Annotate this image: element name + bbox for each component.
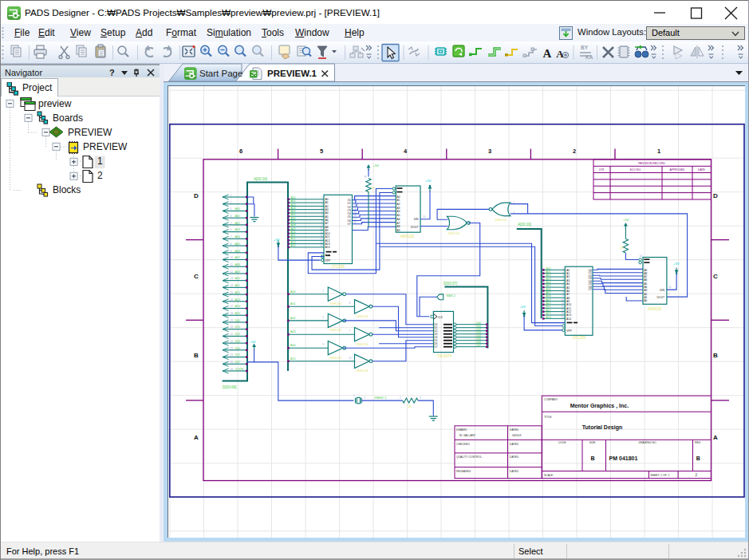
svg-text:27C256: 27C256 [573,336,586,340]
svg-text:3: 3 [488,148,491,155]
svg-text:M. GALLANT: M. GALLANT [459,434,475,437]
svg-text:A11: A11 [235,284,240,287]
svg-text:DATED: DATED [510,443,519,446]
svg-text:9: 9 [231,250,232,253]
svg-text:1: 1 [657,148,660,155]
svg-text:D04: D04 [235,347,241,350]
svg-text:B: B [590,455,594,461]
svg-text:A05: A05 [235,243,240,246]
svg-text:23: 23 [231,347,234,350]
svg-text:C: C [194,273,199,280]
svg-text:A4: A4 [397,210,400,213]
svg-text:SHEET: 1 OF: 1: SHEET: 1 OF: 1 [650,474,669,477]
svg-text:+5V: +5V [623,218,629,222]
svg-text:74HC04: 74HC04 [329,328,342,332]
svg-text:A2: A2 [397,203,400,206]
svg-text:A0: A0 [397,195,400,199]
svg-text:preview: preview [38,98,72,109]
svg-text:26: 26 [231,368,234,371]
svg-text:B: B [696,455,700,461]
svg-text:A14: A14 [235,305,240,308]
svg-text:A12: A12 [235,291,240,294]
svg-text:+5V: +5V [373,164,380,168]
svg-text:DIN: DIN [414,218,419,221]
svg-text:2: 2 [573,148,576,155]
svg-text:A00: A00 [290,290,295,294]
svg-text:D7: D7 [435,345,438,349]
svg-text:A1: A1 [397,199,400,202]
svg-text:BY: BY [581,45,589,50]
svg-text:AM9128: AM9128 [400,235,415,239]
svg-text:A01: A01 [290,302,295,306]
svg-text:SCALE:: SCALE: [544,474,554,477]
svg-text:1K: 1K [620,246,624,250]
svg-text:A14: A14 [566,317,571,321]
svg-text:17: 17 [231,305,234,308]
svg-text:74HC04: 74HC04 [356,342,369,346]
svg-text:O7: O7 [588,288,592,291]
svg-text:D05: D05 [235,353,241,357]
svg-text:18: 18 [231,312,234,315]
svg-text:A06: A06 [235,250,240,253]
svg-text:25: 25 [231,361,234,364]
svg-text:Tutorial Design: Tutorial Design [582,424,622,431]
svg-text:20: 20 [231,325,234,329]
svg-text:A0: A0 [644,299,647,302]
svg-text:A[00:16]: A[00:16] [518,223,531,227]
svg-text:DRAWING NO.: DRAWING NO. [638,441,656,444]
svg-text:21: 21 [231,333,234,336]
svg-text:5: 5 [231,222,232,225]
svg-text:D[00:08]: D[00:08] [223,385,236,389]
svg-text:A09: A09 [235,270,240,274]
svg-text:14: 14 [640,254,643,258]
svg-text:A02: A02 [235,222,240,225]
svg-text:DATED: DATED [510,455,519,459]
svg-text:+5V: +5V [673,262,680,266]
svg-text:A14: A14 [546,316,551,319]
svg-text:A[00:16]: A[00:16] [254,177,267,181]
svg-text:7: 7 [231,235,232,239]
svg-text:15: 15 [231,291,234,294]
svg-text:SIZE:: SIZE: [589,441,597,444]
svg-text:A04: A04 [290,344,295,347]
svg-text:A5: A5 [397,214,400,217]
svg-text:A8: A8 [397,225,400,228]
svg-text:CODE:: CODE: [558,441,567,444]
svg-text:A: A [713,434,718,441]
svg-text:XMHZ-1: XMHZ-1 [374,396,387,400]
svg-text:CLKIN: CLKIN [235,368,244,371]
svg-text:1K: 1K [372,186,376,190]
svg-text:13: 13 [231,277,234,280]
svg-text:AM9128: AM9128 [648,307,662,311]
svg-text:APPROVED: APPROVED [670,168,685,172]
svg-text:A: A [194,434,199,441]
svg-text:A00: A00 [235,207,240,211]
svg-text:KA: KA [585,54,593,60]
svg-text:A03: A03 [235,228,240,231]
svg-text:11: 11 [231,263,234,266]
svg-text:5: 5 [320,148,323,155]
svg-text:A9: A9 [397,229,400,232]
svg-text:D01: D01 [235,325,241,329]
svg-text:LTR: LTR [599,168,605,172]
svg-text:74HC04: 74HC04 [356,369,369,373]
svg-text:REVISION RECORD: REVISION RECORD [638,162,665,165]
svg-text:QUALITY CONTROL:: QUALITY CONTROL: [456,455,483,459]
svg-text:A15: A15 [235,312,240,315]
svg-text:A01: A01 [235,215,240,218]
svg-text:REV:: REV: [695,441,701,444]
svg-text:A10: A10 [235,277,240,280]
svg-text:D03: D03 [235,340,241,343]
svg-text:O7: O7 [347,223,351,226]
svg-text:A7: A7 [397,222,400,225]
svg-text:COMPANY:: COMPANY: [544,398,558,401]
svg-text:CHECKED:: CHECKED: [456,443,471,446]
svg-text:14: 14 [231,284,234,287]
svg-text:PREVIEW: PREVIEW [83,141,128,152]
svg-text:VPP: VPP [566,329,573,333]
svg-text:Mentor Graphics , Inc.: Mentor Graphics , Inc. [570,403,629,409]
svg-text:B: B [713,352,718,359]
svg-text:B: B [194,352,199,359]
svg-text:A03: A03 [290,330,295,333]
svg-text:DATED: DATED [510,470,519,473]
